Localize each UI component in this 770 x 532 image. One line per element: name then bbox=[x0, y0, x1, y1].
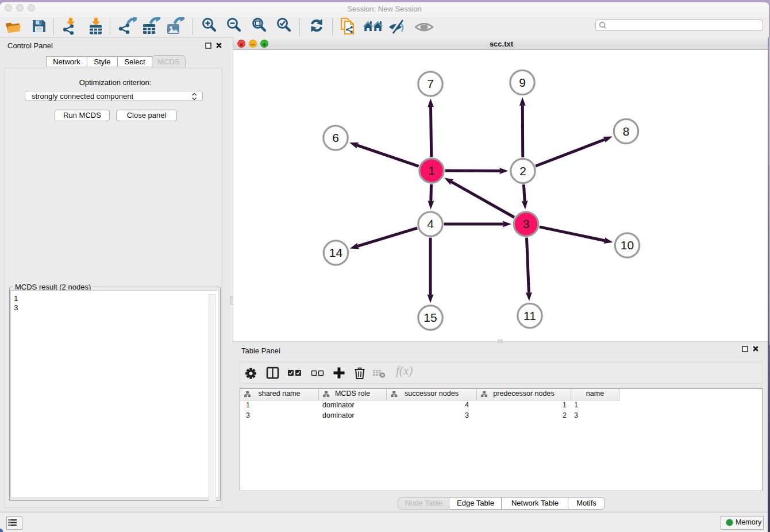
svg-text:4: 4 bbox=[427, 217, 434, 230]
svg-text:6: 6 bbox=[332, 131, 339, 144]
svg-text:11: 11 bbox=[523, 309, 536, 322]
svg-text:9: 9 bbox=[519, 76, 526, 89]
svg-text:8: 8 bbox=[623, 125, 630, 138]
svg-text:14: 14 bbox=[329, 246, 343, 259]
svg-text:7: 7 bbox=[427, 77, 434, 90]
svg-text:15: 15 bbox=[424, 311, 437, 324]
svg-text:1: 1 bbox=[428, 164, 435, 177]
svg-text:10: 10 bbox=[621, 238, 634, 252]
svg-text:3: 3 bbox=[523, 217, 530, 230]
svg-text:2: 2 bbox=[519, 164, 526, 178]
